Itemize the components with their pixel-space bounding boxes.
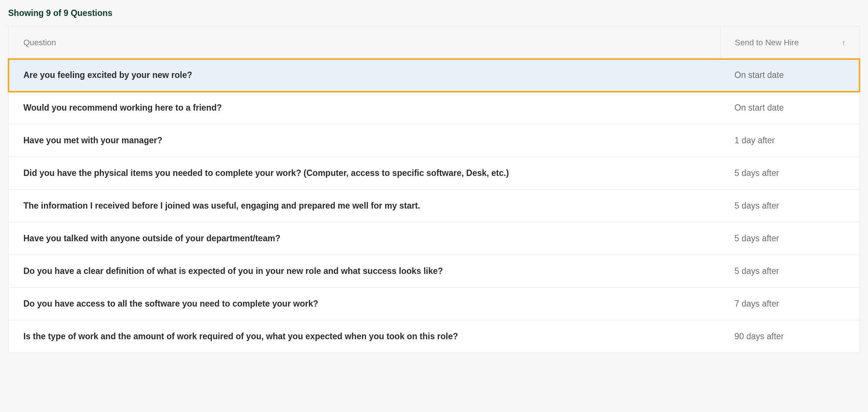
- table-header-row: Question Send to New Hire ↑: [9, 27, 859, 59]
- table-row[interactable]: The information I received before I join…: [9, 190, 859, 222]
- schedule-cell: On start date: [720, 92, 859, 124]
- question-cell: Are you feeling excited by your new role…: [9, 59, 720, 91]
- table-row[interactable]: Have you talked with anyone outside of y…: [9, 222, 859, 255]
- question-cell: Have you met with your manager?: [9, 124, 720, 157]
- question-cell: The information I received before I join…: [9, 190, 720, 222]
- schedule-cell: 5 days after: [720, 190, 859, 222]
- column-header-question[interactable]: Question: [9, 27, 720, 59]
- schedule-cell: 5 days after: [720, 255, 859, 287]
- schedule-cell: 1 day after: [720, 124, 859, 157]
- schedule-cell: 7 days after: [720, 288, 859, 320]
- table-row[interactable]: Would you recommend working here to a fr…: [9, 92, 859, 124]
- sort-ascending-icon: ↑: [842, 39, 845, 47]
- table-row[interactable]: Do you have a clear definition of what i…: [9, 255, 859, 288]
- column-header-schedule[interactable]: Send to New Hire ↑: [720, 27, 859, 59]
- schedule-cell: 5 days after: [720, 157, 859, 189]
- results-count: Showing 9 of 9 Questions: [8, 8, 860, 18]
- schedule-cell: 90 days after: [720, 320, 859, 353]
- column-header-question-label: Question: [23, 38, 56, 47]
- schedule-cell: On start date: [720, 59, 859, 91]
- question-cell: Do you have access to all the software y…: [9, 288, 720, 320]
- table-row[interactable]: Do you have access to all the software y…: [9, 288, 859, 320]
- table-row[interactable]: Is the type of work and the amount of wo…: [9, 320, 859, 353]
- question-cell: Did you have the physical items you need…: [9, 157, 720, 189]
- schedule-cell: 5 days after: [720, 222, 859, 255]
- question-cell: Would you recommend working here to a fr…: [9, 92, 720, 124]
- question-cell: Is the type of work and the amount of wo…: [9, 320, 720, 353]
- table-body: Are you feeling excited by your new role…: [9, 59, 859, 353]
- table-row[interactable]: Did you have the physical items you need…: [9, 157, 859, 190]
- question-cell: Do you have a clear definition of what i…: [9, 255, 720, 287]
- questions-table: Question Send to New Hire ↑ Are you feel…: [8, 26, 860, 353]
- question-cell: Have you talked with anyone outside of y…: [9, 222, 720, 255]
- table-row[interactable]: Have you met with your manager?1 day aft…: [9, 124, 859, 157]
- column-header-schedule-label: Send to New Hire: [735, 38, 799, 48]
- table-row[interactable]: Are you feeling excited by your new role…: [9, 59, 859, 92]
